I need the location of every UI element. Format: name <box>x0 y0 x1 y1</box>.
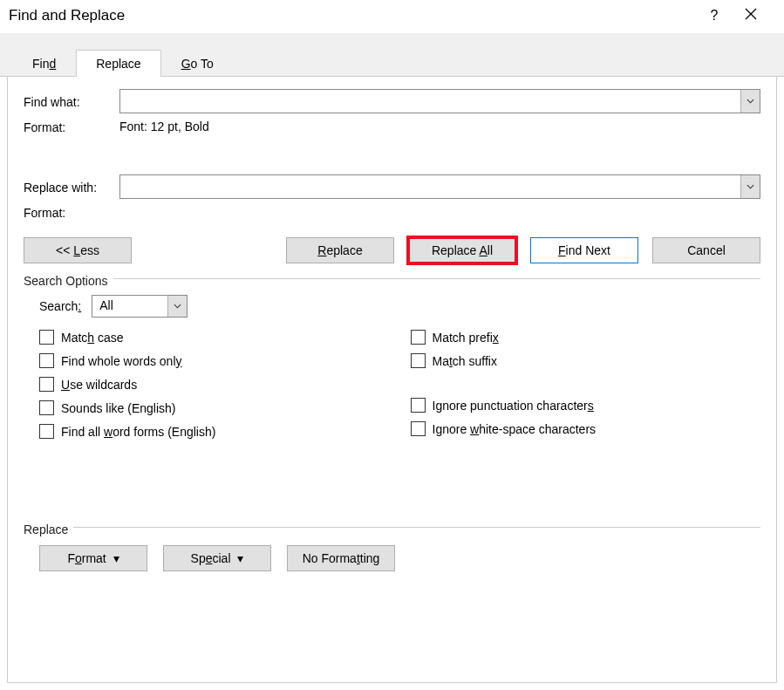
search-direction-row: Search: All <box>39 295 755 318</box>
check-label: Sounds like (English) <box>61 401 176 415</box>
replace-with-label: Replace with: <box>24 179 119 195</box>
find-what-row: Find what: <box>24 89 760 113</box>
search-direction-dropdown[interactable] <box>167 296 187 317</box>
replace-all-button[interactable]: Replace All <box>408 237 516 263</box>
tab-find[interactable]: Find <box>12 50 76 77</box>
checkbox-icon <box>39 424 54 439</box>
replace-with-row: Replace with: <box>24 174 760 199</box>
check-label: Ignore punctuation characters <box>433 399 594 413</box>
checkbox-icon <box>39 400 54 415</box>
search-label: Search: <box>39 299 81 313</box>
check-whole-words[interactable]: Find whole words only <box>39 353 385 368</box>
find-format-row: Format: Font: 12 pt, Bold <box>24 119 760 134</box>
check-label: Use wildcards <box>61 378 137 392</box>
replace-group-header: Replace <box>24 517 760 536</box>
check-sounds-like[interactable]: Sounds like (English) <box>39 400 385 415</box>
check-word-forms[interactable]: Find all word forms (English) <box>39 424 385 439</box>
find-format-value: Font: 12 pt, Bold <box>119 120 209 133</box>
action-buttons: << Less Replace Replace All Find Next Ca… <box>24 237 760 263</box>
replace-group: Replace Format ▾ Special ▾ No Formatting <box>24 517 760 571</box>
tabs: Find Replace Go To <box>0 49 784 76</box>
search-direction-value: All <box>92 296 167 317</box>
replace-with-combo <box>119 174 760 199</box>
check-wildcards[interactable]: Use wildcards <box>39 377 385 392</box>
find-what-dropdown[interactable] <box>740 90 760 113</box>
chevron-down-icon <box>747 99 754 104</box>
tab-goto[interactable]: Go To <box>161 50 234 77</box>
check-label: Find all word forms (English) <box>61 425 215 439</box>
replace-with-dropdown[interactable] <box>740 175 760 198</box>
dialog-title: Find and Replace <box>9 7 697 24</box>
chevron-down-icon <box>747 184 754 189</box>
find-what-input[interactable] <box>120 90 740 113</box>
format-button[interactable]: Format ▾ <box>39 545 147 571</box>
no-formatting-button[interactable]: No Formatting <box>287 545 395 571</box>
checkbox-icon <box>411 398 426 413</box>
replace-with-input[interactable] <box>120 175 740 198</box>
chevron-down-icon <box>174 304 181 309</box>
checkbox-icon <box>411 353 426 368</box>
checkbox-icon <box>39 377 54 392</box>
checkbox-icon <box>411 330 426 345</box>
checkbox-icon <box>411 421 426 436</box>
check-match-prefix[interactable]: Match prefix <box>411 330 756 345</box>
check-ignore-punct[interactable]: Ignore punctuation characters <box>411 398 756 413</box>
check-col-left: Match case Find whole words only Use wil… <box>39 330 385 447</box>
dialog-body: Find what: Format: Font: 12 pt, Bold Rep… <box>7 77 777 683</box>
find-what-combo <box>119 89 760 113</box>
special-button[interactable]: Special ▾ <box>163 545 271 571</box>
check-ignore-whitespace[interactable]: Ignore white-space characters <box>411 421 756 436</box>
check-columns: Match case Find whole words only Use wil… <box>39 330 755 447</box>
check-label: Match prefix <box>433 331 499 345</box>
check-label: Find whole words only <box>61 354 182 368</box>
checkbox-icon <box>39 353 54 368</box>
find-what-label: Find what: <box>24 93 119 109</box>
help-button[interactable]: ? <box>697 8 732 24</box>
find-replace-dialog: Find and Replace ? Find Replace Go To Fi… <box>0 0 784 690</box>
replace-group-label: Replace <box>24 523 68 536</box>
check-label: Ignore white-space characters <box>433 422 597 436</box>
replace-format-row: Format: <box>24 204 760 220</box>
close-button[interactable] <box>732 8 770 24</box>
tab-replace[interactable]: Replace <box>76 50 160 77</box>
check-match-case[interactable]: Match case <box>39 330 385 345</box>
replace-format-label: Format: <box>24 204 119 220</box>
less-button[interactable]: << Less <box>24 237 132 263</box>
find-format-label: Format: <box>24 119 119 134</box>
bottom-buttons: Format ▾ Special ▾ No Formatting <box>24 536 760 571</box>
checkbox-icon <box>39 330 54 345</box>
search-direction-select[interactable]: All <box>92 295 187 318</box>
cancel-button[interactable]: Cancel <box>652 237 760 263</box>
check-label: Match suffix <box>433 354 497 368</box>
replace-button[interactable]: Replace <box>286 237 394 263</box>
titlebar: Find and Replace ? <box>0 0 784 33</box>
check-match-suffix[interactable]: Match suffix <box>411 353 756 368</box>
tabs-area: Find Replace Go To <box>0 33 784 77</box>
search-options-label: Search Options <box>24 274 108 288</box>
check-label: Match case <box>61 331 124 345</box>
find-next-button[interactable]: Find Next <box>530 237 638 263</box>
search-options: Search: All Match case Find wh <box>24 288 760 447</box>
check-col-right: Match prefix Match suffix Ignore punctua… <box>411 330 756 447</box>
close-icon <box>745 8 757 20</box>
search-options-header: Search Options <box>24 269 760 288</box>
